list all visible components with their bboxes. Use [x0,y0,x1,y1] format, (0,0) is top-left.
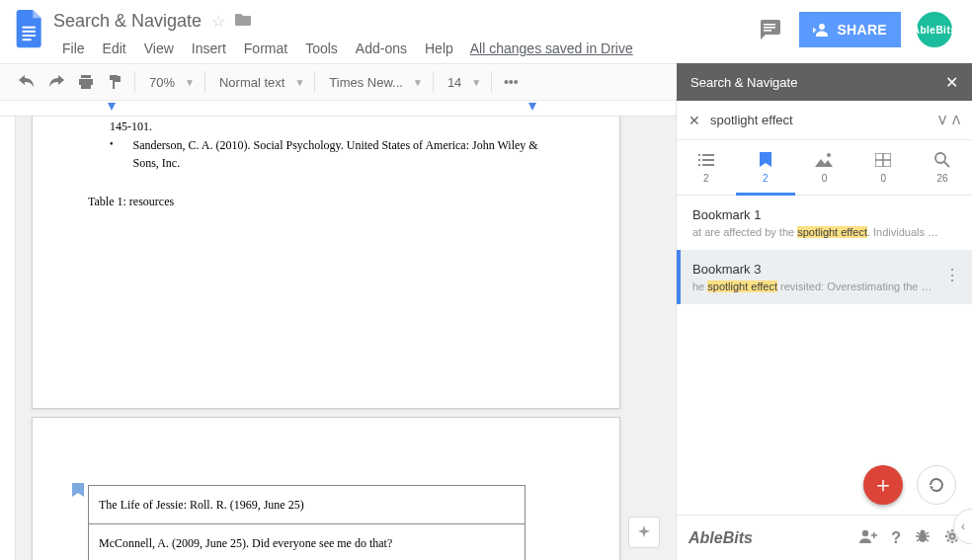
font-select[interactable]: Times New...▼ [319,68,429,96]
bookmark-flag-icon[interactable] [72,483,84,499]
menu-tools[interactable]: Tools [296,40,347,56]
tab-images[interactable]: 0 [795,140,854,195]
search-input[interactable] [710,113,929,127]
svg-line-36 [926,539,929,541]
menu-view[interactable]: View [135,40,183,56]
svg-rect-28 [871,534,877,536]
bug-icon[interactable] [915,528,931,547]
svg-rect-2 [23,35,36,37]
search-icon [934,151,950,169]
header-right: SHARE AbleBits [756,8,960,47]
explore-button[interactable] [628,517,660,548]
menu-insert[interactable]: Insert [183,40,235,56]
refresh-button[interactable] [917,465,956,505]
style-select[interactable]: Normal text▼ [209,68,310,96]
person-add-icon[interactable] [859,529,877,546]
tab-count: 2 [763,173,769,184]
menu-edit[interactable]: Edit [94,40,135,56]
tab-headings[interactable]: 2 [677,140,736,195]
svg-rect-10 [81,75,91,78]
svg-line-42 [947,531,949,533]
table-cell[interactable]: The Life of Jessie: Roll. R. (1969, June… [89,486,526,524]
ablebits-logo[interactable]: AbleBits [688,529,753,547]
search-prev-icon[interactable]: ᐱ [952,114,960,127]
search-next-icon[interactable]: ᐯ [938,114,946,127]
account-avatar[interactable]: AbleBits [917,12,952,47]
svg-rect-6 [764,30,771,32]
kebab-icon[interactable]: ⋮ [944,266,960,284]
results-list: Bookmark 1 at are affected by the spotli… [677,196,972,455]
body-text[interactable]: 145-101. [88,118,564,136]
tab-count: 2 [703,173,709,184]
svg-point-7 [819,24,825,30]
document-canvas[interactable]: 145-101. • Sanderson, C. A. (2010). Soci… [0,101,676,560]
separator [433,71,434,93]
headings-icon [698,151,714,169]
comments-icon[interactable] [756,16,783,43]
result-title: Bookmark 1 [692,207,956,222]
svg-line-35 [917,539,920,541]
svg-rect-18 [698,159,700,161]
menu-file[interactable]: File [53,40,94,56]
panel-header: Search & Navigate ✕ [677,63,972,101]
help-icon[interactable]: ? [891,529,901,547]
tab-tables[interactable]: 0 [853,140,913,195]
caret-down-icon: ▼ [413,77,423,88]
horizontal-ruler[interactable] [0,101,676,117]
result-item[interactable]: Bookmark 1 at are affected by the spotli… [677,196,972,250]
panel-search-row: ✕ ᐯ ᐱ [677,101,972,140]
font-size-select[interactable]: 14▼ [438,68,487,96]
svg-rect-9 [813,30,816,32]
panel-tabs: 2 2 0 0 26 [677,140,972,196]
search-navigate-panel: Search & Navigate ✕ ✕ ᐯ ᐱ 2 2 0 [676,101,972,560]
table-cell[interactable]: McConnell, A. (2009, June 25). Did every… [89,524,526,561]
move-folder-icon[interactable] [235,12,251,30]
close-icon[interactable]: ✕ [945,73,958,92]
clear-search-icon[interactable]: ✕ [688,113,700,128]
bookmark-icon [760,151,771,169]
zoom-select[interactable]: 70%▼ [139,68,201,96]
caret-down-icon: ▼ [185,77,195,88]
vertical-ruler[interactable] [0,117,16,560]
redo-button[interactable] [41,67,71,97]
share-label: SHARE [837,22,887,38]
menu-addons[interactable]: Add-ons [347,40,416,56]
svg-rect-17 [698,154,700,156]
result-snippet: he spotlight effect revisited: Overestim… [692,280,956,292]
undo-button[interactable] [12,67,41,97]
svg-line-34 [926,532,929,534]
star-icon[interactable]: ☆ [211,12,225,31]
tab-count: 0 [822,173,828,184]
bullet-dot-icon: • [88,136,114,173]
separator [204,71,205,93]
svg-rect-3 [23,39,32,40]
docs-logo[interactable] [12,8,47,55]
svg-rect-0 [23,27,36,29]
more-button[interactable]: ••• [496,67,526,97]
paint-format-button[interactable] [101,67,130,97]
svg-rect-14 [702,154,714,156]
body-text: Sanderson, C. A. (2010). Social Psycholo… [133,136,564,173]
svg-rect-1 [23,31,36,33]
svg-line-33 [917,532,920,534]
tab-bookmarks[interactable]: 2 [736,140,795,195]
tab-search[interactable]: 26 [913,140,972,195]
separator [134,71,135,93]
share-button[interactable]: SHARE [799,12,901,47]
add-button[interactable]: ＋ [863,465,903,505]
svg-point-30 [921,530,926,535]
body-text[interactable]: Table 1: resources [88,193,564,211]
doc-title[interactable]: Search & Navigate [53,11,202,32]
menu-format[interactable]: Format [235,40,296,56]
ruler-indent-marker[interactable] [108,103,116,111]
bullet-item[interactable]: • Sanderson, C. A. (2010). Social Psycho… [88,136,564,173]
result-item[interactable]: Bookmark 3 he spotlight effect revisited… [677,250,972,304]
saved-status[interactable]: All changes saved in Drive [470,40,633,56]
tab-count: 0 [881,173,887,184]
menu-help[interactable]: Help [416,40,462,56]
ruler-right-marker[interactable] [528,103,536,111]
print-button[interactable] [71,67,101,97]
panel-footer: ＋ [677,455,972,515]
images-icon [815,151,833,169]
document-table[interactable]: The Life of Jessie: Roll. R. (1969, June… [88,485,526,560]
